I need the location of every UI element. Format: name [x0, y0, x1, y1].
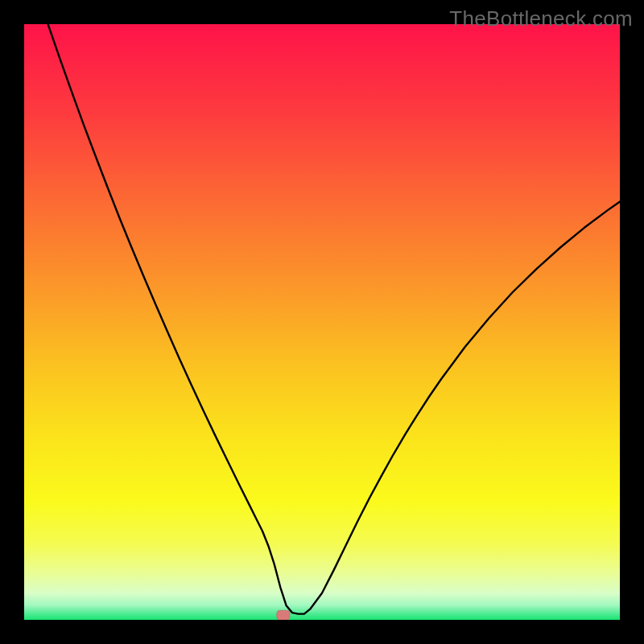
- gradient-background: [24, 24, 620, 620]
- optimum-marker: [277, 610, 290, 620]
- bottleneck-chart: [24, 24, 620, 620]
- chart-area: [24, 24, 620, 620]
- watermark-text: TheBottleneck.com: [449, 6, 633, 31]
